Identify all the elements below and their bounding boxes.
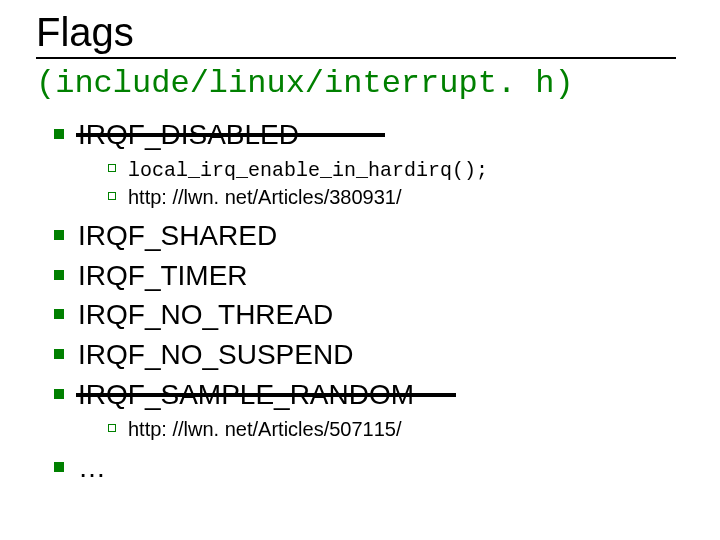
hollow-square-bullet-icon bbox=[108, 192, 116, 200]
sub-list-item-label: local_irq_enable_in_hardirq(); bbox=[128, 159, 488, 182]
square-bullet-icon bbox=[54, 462, 64, 472]
slide-subtitle: (include/linux/interrupt. h) bbox=[36, 65, 690, 102]
list-item: IRQF_NO_SUSPEND bbox=[54, 336, 690, 374]
list-item-label: IRQF_SHARED bbox=[78, 220, 277, 251]
square-bullet-icon bbox=[54, 230, 64, 240]
sub-list-item: local_irq_enable_in_hardirq(); bbox=[108, 156, 690, 184]
list-item-label: … bbox=[78, 452, 106, 483]
list-item: … bbox=[54, 449, 690, 487]
strike-line-icon bbox=[76, 133, 385, 137]
hollow-square-bullet-icon bbox=[108, 424, 116, 432]
square-bullet-icon bbox=[54, 309, 64, 319]
slide-title: Flags bbox=[36, 10, 690, 55]
sub-list: local_irq_enable_in_hardirq();http: //lw… bbox=[108, 156, 690, 211]
list-item-label: IRQF_NO_SUSPEND bbox=[78, 339, 353, 370]
title-rule bbox=[36, 57, 676, 59]
list-item: IRQF_SAMPLE_RANDOMhttp: //lwn. net/Artic… bbox=[54, 376, 690, 443]
list-item: IRQF_SHARED bbox=[54, 217, 690, 255]
sub-list-item-label: http: //lwn. net/Articles/380931/ bbox=[128, 186, 402, 208]
list-item-label: IRQF_NO_THREAD bbox=[78, 299, 333, 330]
hollow-square-bullet-icon bbox=[108, 164, 116, 172]
list-item-label: IRQF_TIMER bbox=[78, 260, 248, 291]
sub-list-item: http: //lwn. net/Articles/380931/ bbox=[108, 184, 690, 211]
strike-line-icon bbox=[76, 393, 456, 397]
square-bullet-icon bbox=[54, 389, 64, 399]
sub-list-item-label: http: //lwn. net/Articles/507115/ bbox=[128, 418, 402, 440]
strikethrough: IRQF_DISABLED bbox=[78, 116, 299, 154]
strikethrough: IRQF_SAMPLE_RANDOM bbox=[78, 376, 414, 414]
square-bullet-icon bbox=[54, 270, 64, 280]
list-item: IRQF_DISABLEDlocal_irq_enable_in_hardirq… bbox=[54, 116, 690, 211]
square-bullet-icon bbox=[54, 129, 64, 139]
slide: Flags (include/linux/interrupt. h) IRQF_… bbox=[0, 0, 720, 540]
square-bullet-icon bbox=[54, 349, 64, 359]
list-item: IRQF_NO_THREAD bbox=[54, 296, 690, 334]
sub-list: http: //lwn. net/Articles/507115/ bbox=[108, 416, 690, 443]
bullet-list: IRQF_DISABLEDlocal_irq_enable_in_hardirq… bbox=[54, 116, 690, 487]
sub-list-item: http: //lwn. net/Articles/507115/ bbox=[108, 416, 690, 443]
list-item: IRQF_TIMER bbox=[54, 257, 690, 295]
